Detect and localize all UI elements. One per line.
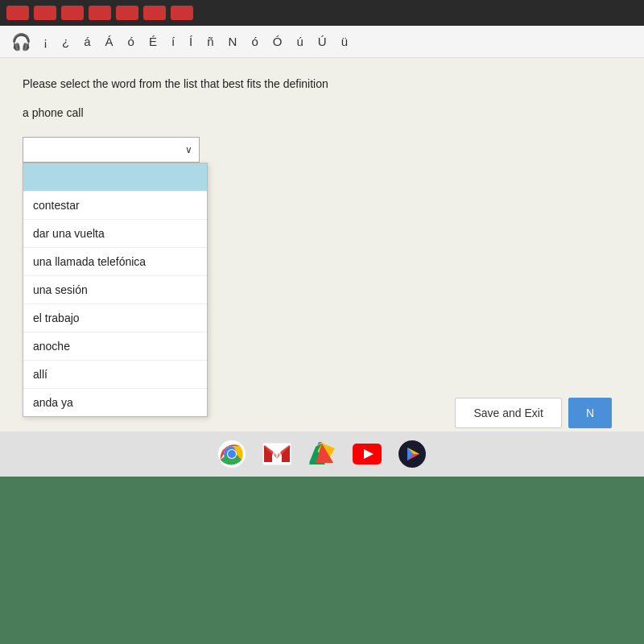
dropdown-item-contestar[interactable]: contestar — [23, 192, 207, 220]
top-bar-button[interactable] — [143, 6, 166, 20]
char-button-N[interactable]: N — [225, 33, 241, 50]
char-button-O-acute[interactable]: Ó — [270, 33, 286, 50]
instruction-text: Please select the word from the list tha… — [23, 77, 621, 90]
headphone-icon: 🎧 — [10, 31, 32, 53]
char-button-U-acute[interactable]: Ú — [315, 33, 330, 50]
char-button-u-umlaut[interactable]: ü — [338, 33, 351, 50]
definition-text: a phone call — [23, 106, 621, 119]
dropdown-select[interactable]: ∨ — [23, 137, 200, 163]
top-bar-button[interactable] — [34, 6, 56, 20]
dropdown-item-empty[interactable] — [23, 163, 207, 192]
svg-text:M: M — [273, 448, 282, 460]
bottom-buttons: Save and Exit N — [455, 398, 612, 428]
char-button-I-acute[interactable]: Í — [186, 33, 196, 50]
top-bar-button[interactable] — [89, 6, 111, 20]
char-button-o-acute2[interactable]: ó — [248, 33, 261, 50]
char-button-u-acute[interactable]: ú — [293, 33, 306, 50]
chrome-icon[interactable] — [217, 440, 246, 469]
char-button-n-tilde[interactable]: ñ — [204, 33, 217, 50]
top-bar-button[interactable] — [116, 6, 138, 20]
dropdown-item-anda-ya[interactable]: anda ya — [23, 389, 207, 416]
next-button[interactable]: N — [568, 398, 612, 428]
dropdown-item-dar-una-vuelta[interactable]: dar una vuelta — [23, 220, 207, 248]
top-bar-button[interactable] — [6, 6, 29, 20]
top-bar-button[interactable] — [61, 6, 84, 20]
dropdown-item-el-trabajo[interactable]: el trabajo — [23, 304, 207, 332]
play-store-icon[interactable] — [398, 440, 427, 469]
char-toolbar: 🎧 ¡ ¿ á Á ó É í Í ñ N ó Ó ú Ú ü — [0, 26, 644, 58]
char-button-i-acute[interactable]: í — [168, 33, 178, 50]
youtube-icon[interactable] — [353, 440, 382, 469]
top-bar — [0, 0, 644, 26]
char-button-inverted-question[interactable]: ¿ — [59, 33, 72, 50]
char-button-o-grave[interactable]: ó — [125, 33, 138, 50]
char-button-A-acute[interactable]: Á — [102, 33, 117, 50]
taskbar: M — [0, 431, 644, 477]
top-bar-button[interactable] — [171, 6, 193, 20]
char-button-a-acute[interactable]: á — [80, 33, 93, 50]
gmail-icon[interactable]: M — [262, 440, 291, 469]
dropdown-item-una-sesion[interactable]: una sesión — [23, 276, 207, 304]
char-button-inverted-exclamation[interactable]: ¡ — [40, 33, 51, 50]
dropdown-item-una-llamada-telefonica[interactable]: una llamada telefónica — [23, 248, 207, 276]
chevron-down-icon: ∨ — [185, 144, 192, 155]
save-exit-button[interactable]: Save and Exit — [455, 398, 561, 428]
dropdown-item-alli[interactable]: allí — [23, 361, 207, 389]
dropdown-item-anoche[interactable]: anoche — [23, 332, 207, 361]
svg-point-3 — [228, 450, 236, 458]
drive-icon[interactable] — [308, 440, 336, 469]
main-content: Please select the word from the list tha… — [0, 58, 644, 477]
char-button-E-acute[interactable]: É — [146, 33, 160, 50]
dropdown-container[interactable]: ∨ contestar dar una vuelta una llamada t… — [23, 137, 200, 163]
dropdown-list: contestar dar una vuelta una llamada tel… — [23, 163, 208, 417]
